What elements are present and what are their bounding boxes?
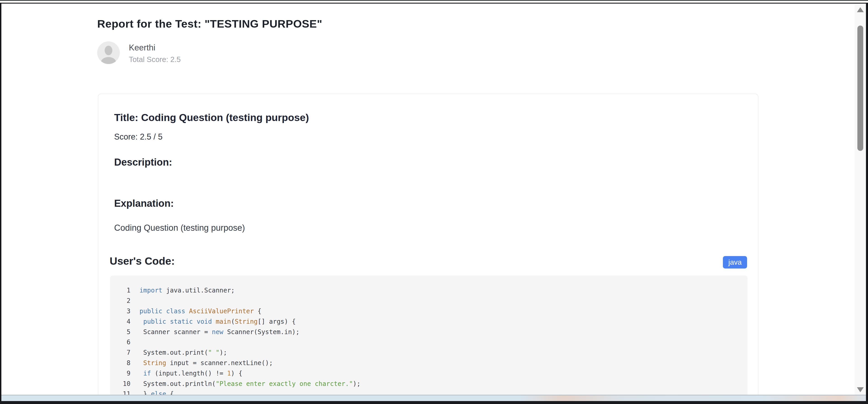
scroll-down-arrow-icon[interactable] — [857, 387, 864, 392]
line-number: 2 — [110, 297, 130, 305]
scrollbar-thumb[interactable] — [857, 26, 863, 151]
user-name: Keerthi — [129, 43, 155, 53]
code-line: 10 System.out.println("Please enter exac… — [110, 378, 747, 389]
line-number: 8 — [110, 359, 130, 367]
code-text: public class AsciiValuePrinter { — [130, 308, 261, 315]
avatar — [97, 41, 120, 64]
window-bottom-edge — [0, 401, 868, 404]
line-number: 4 — [110, 318, 130, 325]
code-line: 8 String input = scanner.nextLine(); — [110, 358, 747, 368]
code-line: 5 Scanner scanner = new Scanner(System.i… — [110, 327, 747, 337]
code-line: 2 — [110, 296, 747, 306]
code-line: 4 public static void main(String[] args)… — [110, 316, 747, 327]
line-number: 1 — [110, 287, 130, 294]
top-divider — [0, 3, 868, 4]
code-line: 7 System.out.print(" "); — [110, 347, 747, 358]
code-line: 9 if (input.length() != 1) { — [110, 368, 747, 378]
code-text: System.out.print(" "); — [130, 349, 227, 356]
report-page: Report for the Test: "TESTING PURPOSE" K… — [0, 0, 868, 404]
code-text: public static void main(String[] args) { — [130, 318, 296, 325]
code-text: System.out.println("Please enter exactly… — [130, 380, 361, 387]
users-code-heading: User's Code: — [110, 255, 175, 267]
line-number: 10 — [110, 380, 130, 387]
language-badge: java — [723, 256, 747, 268]
explanation-heading: Explanation: — [114, 198, 174, 209]
code-line: 3public class AsciiValuePrinter { — [110, 306, 747, 316]
line-number: 9 — [110, 370, 130, 377]
code-lines: 1import java.util.Scanner;23public class… — [110, 285, 747, 399]
bottom-horizontal-bar[interactable] — [1, 395, 866, 401]
window-right-border — [866, 3, 868, 404]
top-strip — [0, 1, 868, 3]
question-score: Score: 2.5 / 5 — [114, 132, 162, 142]
vertical-scrollbar[interactable] — [855, 4, 866, 396]
code-text: String input = scanner.nextLine(); — [130, 359, 273, 367]
line-number: 5 — [110, 328, 130, 336]
line-number: 3 — [110, 308, 130, 315]
question-title: Title: Coding Question (testing purpose) — [114, 112, 309, 123]
code-line: 6 — [110, 337, 747, 347]
page-title: Report for the Test: "TESTING PURPOSE" — [97, 18, 322, 30]
code-block: 1import java.util.Scanner;23public class… — [110, 276, 747, 404]
total-score: Total Score: 2.5 — [129, 55, 181, 64]
scroll-up-arrow-icon[interactable] — [857, 7, 864, 12]
avatar-person-icon — [97, 41, 120, 64]
line-number: 6 — [110, 338, 130, 346]
description-heading: Description: — [114, 156, 172, 168]
code-text: if (input.length() != 1) { — [130, 370, 242, 377]
question-report-card: Title: Coding Question (testing purpose)… — [98, 94, 758, 404]
explanation-text: Coding Question (testing purpose) — [114, 223, 245, 233]
line-number: 7 — [110, 349, 130, 356]
code-text: import java.util.Scanner; — [130, 287, 235, 294]
code-line: 1import java.util.Scanner; — [110, 285, 747, 296]
code-text: Scanner scanner = new Scanner(System.in)… — [130, 328, 300, 336]
window-left-border — [0, 3, 1, 404]
